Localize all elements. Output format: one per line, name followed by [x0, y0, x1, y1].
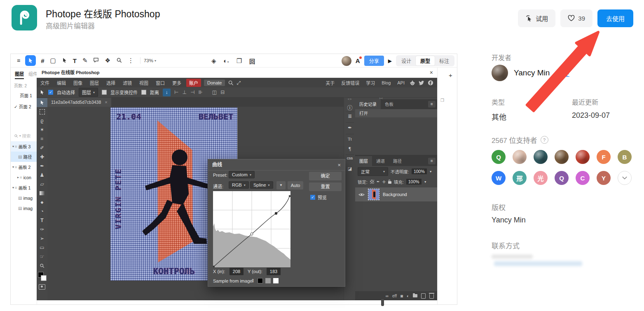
fill-input[interactable]: 100% — [406, 179, 422, 185]
reddit-icon[interactable] — [410, 80, 415, 86]
info-panel-icon[interactable]: ⓘ — [344, 103, 356, 111]
blur-tool[interactable]: ◆ — [37, 198, 47, 207]
move-tool-selected[interactable] — [25, 55, 36, 66]
preview-checkbox[interactable]: ✓ — [310, 195, 315, 200]
close-icon[interactable]: × — [105, 100, 107, 105]
tab-prototype[interactable]: 原型 — [416, 56, 435, 65]
type-tool[interactable]: T — [37, 216, 47, 225]
menu-report-bug[interactable]: 反馈错误 — [338, 80, 362, 86]
clone-stamp-tool[interactable]: ♟ — [37, 171, 47, 180]
tab-design[interactable]: 设计 — [397, 56, 416, 65]
curves-plot[interactable] — [213, 191, 290, 267]
supporter-avatar[interactable] — [513, 150, 527, 164]
page-item-2-selected[interactable]: ✓ 页面 2 — [14, 103, 37, 110]
menu-view[interactable]: 视图 — [136, 80, 152, 86]
magic-wand-tool[interactable]: ✶ — [37, 125, 47, 134]
layer-thumbnail[interactable] — [368, 189, 379, 200]
supporter-avatar[interactable]: Q — [492, 150, 506, 164]
scrollbar-handle[interactable] — [381, 299, 384, 306]
close-icon[interactable]: × — [337, 159, 341, 171]
menu-blog[interactable]: Blog — [379, 80, 393, 85]
new-layer-icon[interactable] — [421, 293, 426, 299]
layer-item-image[interactable]: ▤imag — [11, 193, 37, 203]
menu-learn[interactable]: 学习 — [363, 80, 378, 86]
align-left-icon[interactable]: ⊢ — [174, 89, 178, 95]
lock-all-icon[interactable] — [388, 181, 391, 184]
question-icon[interactable]: ? — [541, 136, 548, 144]
tab-components[interactable]: 组件 — [28, 70, 37, 79]
layer-item-path[interactable]: ▤路径 — [11, 152, 37, 162]
developer-avatar[interactable] — [492, 65, 508, 81]
menu-file[interactable]: 文件 — [37, 80, 53, 86]
layer-item-artboard1[interactable]: ▾⌗画板 1 — [11, 182, 37, 193]
zoom-tool[interactable] — [37, 261, 47, 270]
supporter-avatar[interactable]: Y — [597, 171, 611, 185]
properties-panel-icon[interactable]: ≣ — [344, 113, 356, 119]
play-icon[interactable]: ▶ — [388, 58, 392, 64]
triangle-down-icon[interactable]: ▼ — [429, 170, 432, 173]
align-center-icon[interactable]: ⊥ — [182, 89, 186, 95]
tab-channels[interactable]: 通道 — [372, 156, 389, 166]
collapse-icon[interactable]: ▸ — [17, 175, 19, 179]
menu-window[interactable]: 窗口 — [152, 80, 169, 86]
search-icon[interactable] — [228, 80, 234, 86]
zoom-level-dropdown[interactable]: 73%▾ — [144, 58, 156, 63]
tab-paths[interactable]: 路径 — [389, 156, 406, 166]
plus-icon[interactable]: + — [449, 72, 452, 79]
character-panel-icon[interactable]: Tt — [344, 136, 356, 141]
menu-image[interactable]: 图像 — [70, 80, 86, 86]
layer-item-artboard2[interactable]: ▾⌗画板 2 — [11, 162, 37, 172]
panel-widget-icon[interactable]: ❐ — [440, 98, 444, 103]
sample-gray-swatch[interactable] — [265, 278, 271, 283]
blend-mode-dropdown[interactable]: 正常▾ — [358, 167, 388, 176]
frame-tool[interactable]: # — [41, 57, 44, 64]
comment-tool[interactable] — [93, 57, 99, 64]
background-color[interactable] — [41, 275, 47, 281]
panel-menu-icon[interactable]: ≡ — [428, 158, 436, 164]
pencil-tool[interactable]: ✎ — [82, 57, 88, 64]
rectangle-tool[interactable]: ▢ — [50, 57, 56, 64]
auto-button[interactable]: Auto — [288, 181, 303, 189]
facebook-icon[interactable] — [428, 80, 433, 86]
auto-select-checkbox[interactable]: ✓ — [48, 90, 53, 95]
supporter-avatar[interactable]: F — [597, 150, 611, 164]
supporter-avatar[interactable]: 光 — [534, 171, 548, 185]
path-select-tool[interactable]: ➢ — [37, 234, 47, 243]
supporter-avatar[interactable]: Q — [555, 171, 569, 185]
color-swatches[interactable] — [38, 272, 46, 281]
tab-layers[interactable]: 图层 — [15, 70, 24, 79]
add-mask-icon[interactable]: ◙ — [400, 294, 403, 298]
supporter-avatar[interactable] — [576, 150, 590, 164]
search-tool[interactable] — [116, 57, 122, 64]
distribute-h-icon[interactable]: ◫ — [212, 89, 217, 95]
image-panel-icon[interactable]: ◪ — [344, 166, 356, 171]
distribute-icon[interactable]: ⊪ — [198, 89, 202, 95]
visibility-eye-icon[interactable] — [358, 192, 365, 197]
sample-black-swatch[interactable] — [258, 278, 263, 283]
x-in-input[interactable]: 208 — [229, 268, 244, 275]
heal-tool[interactable]: ✚ — [37, 152, 47, 161]
menu-filter[interactable]: 滤镜 — [119, 80, 136, 86]
layer-item-image[interactable]: ▤imag — [11, 203, 37, 213]
lock-pixels-icon[interactable]: ✒ — [377, 180, 380, 184]
supporter-avatar[interactable] — [555, 150, 569, 164]
menu-about[interactable]: 关于 — [323, 80, 337, 86]
document-tab[interactable]: 11e2a0e47add5d7cb3438 × — [47, 98, 111, 107]
menu-select[interactable]: 选择 — [103, 80, 119, 86]
supporter-avatar[interactable]: W — [492, 171, 506, 185]
layer-item-artboard3[interactable]: ▾⌗画板 3 — [11, 141, 37, 152]
move-tool[interactable] — [37, 98, 47, 107]
css-panel-icon[interactable]: CSS — [344, 157, 356, 160]
mask-icon[interactable]: ◐▾ — [224, 57, 229, 64]
align-right-icon[interactable]: ⊣ — [190, 89, 194, 95]
supporter-avatar[interactable]: B — [618, 150, 632, 164]
export-icon[interactable]: ❐ — [237, 57, 242, 65]
component-tool[interactable]: ❖ — [105, 57, 110, 64]
vector-tool[interactable] — [62, 57, 67, 64]
target-dropdown[interactable]: 图层▾ — [79, 88, 98, 97]
reset-button[interactable]: 重置 — [309, 182, 342, 191]
donate-button[interactable]: Donate — [204, 80, 225, 86]
curve-point-mode-button[interactable]: ▼ — [276, 181, 286, 189]
gradient-tool[interactable] — [37, 189, 47, 198]
ok-button[interactable]: 确定 — [309, 172, 342, 180]
